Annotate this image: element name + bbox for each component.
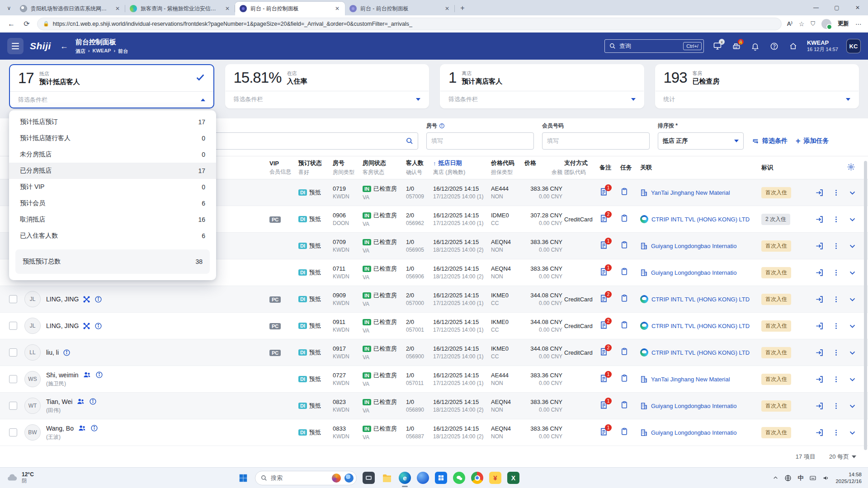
window-minimize-button[interactable]: — <box>806 0 826 15</box>
task-button[interactable] <box>620 321 628 329</box>
task-clipboard-icon[interactable] <box>620 214 628 222</box>
filter-dropdown-item[interactable]: 预计抵店预订 17 <box>9 114 216 130</box>
expand-row-icon[interactable] <box>849 242 856 250</box>
page-size-select[interactable]: 20 每页 <box>829 453 856 461</box>
check-in-icon[interactable] <box>815 322 824 330</box>
task-clipboard-icon[interactable] <box>620 267 628 276</box>
more-actions-icon[interactable] <box>832 429 840 436</box>
user-avatar[interactable]: KC <box>846 39 861 53</box>
notes-button[interactable]: 1 <box>599 241 608 249</box>
taskbar-app-remote-icon[interactable] <box>363 472 375 484</box>
filter-conditions-button[interactable]: 筛选条件 <box>752 137 788 145</box>
check-in-icon[interactable] <box>815 188 824 197</box>
window-close-button[interactable]: ✕ <box>847 0 868 15</box>
column-header-价格[interactable]: 价格 余额 <box>524 159 564 176</box>
company-link[interactable]: Guiyang Longdongbao Internatio <box>640 269 761 277</box>
company-link[interactable]: YanTai Jinghang New Material <box>640 375 761 383</box>
task-button[interactable] <box>620 241 628 249</box>
column-header-房号[interactable]: 房号 房间类型 <box>333 159 363 176</box>
more-actions-icon[interactable] <box>832 322 840 330</box>
notes-button[interactable]: 1 <box>599 267 608 276</box>
breadcrumb-item[interactable]: KWEAP <box>93 48 111 55</box>
task-button[interactable] <box>620 401 628 409</box>
company-link[interactable]: CTRIP INTL TVL (HONG KONG) LTD <box>640 215 761 223</box>
info-icon[interactable] <box>90 424 98 432</box>
global-search-input[interactable]: 查询 Ctrl+/ <box>604 39 704 53</box>
task-clipboard-icon[interactable] <box>620 374 628 382</box>
notes-button[interactable]: 2 <box>599 347 608 356</box>
filter-dropdown-item[interactable]: 取消抵店 16 <box>9 211 216 228</box>
taskbar-app-excel-icon[interactable]: X <box>507 472 519 484</box>
tab-close-icon[interactable]: ✕ <box>443 5 451 13</box>
column-header-房间状态[interactable]: 房间状态 客房状态 <box>363 159 406 176</box>
tab-close-icon[interactable]: ✕ <box>113 5 122 13</box>
home-button[interactable] <box>788 42 799 51</box>
notes-button[interactable]: 1 <box>599 374 608 383</box>
taskbar-app-explorer-icon[interactable] <box>381 472 393 484</box>
tab-search-chevron-icon[interactable]: ∨ <box>3 2 15 14</box>
taskbar-app-browser2-icon[interactable] <box>417 472 429 484</box>
check-in-icon[interactable] <box>815 268 824 277</box>
company-link[interactable]: Guiyang Longdongbao Internatio <box>640 402 761 410</box>
table-settings-gear-icon[interactable] <box>847 163 855 171</box>
more-actions-icon[interactable] <box>832 216 840 223</box>
reservation-row-8[interactable]: WS Shi, weimin (施卫民) DI预抵 0727KWDN IN已检查… <box>0 366 868 393</box>
merged-profile-icon[interactable] <box>83 296 90 303</box>
task-button[interactable] <box>620 374 628 382</box>
taskbar-search-input[interactable]: 搜索 <box>255 471 357 485</box>
row-checkbox[interactable] <box>9 322 17 330</box>
column-header-标识[interactable]: 标识 <box>761 164 798 172</box>
add-task-button[interactable]: + 添加任务 <box>796 137 829 145</box>
reservation-row-7[interactable]: LL liu, li PC DI预抵 0917KWDN IN已检查房VA 2/0… <box>0 339 868 366</box>
check-in-icon[interactable] <box>815 242 824 250</box>
card-filter-toggle[interactable]: 筛选条件栏 <box>440 91 644 107</box>
company-link[interactable]: CTRIP INTL TVL (HONG KONG) LTD <box>640 322 761 330</box>
favorites-star-icon[interactable]: ☆ <box>799 20 805 28</box>
window-maximize-button[interactable]: ▢ <box>826 0 847 15</box>
row-checkbox[interactable] <box>9 295 17 303</box>
cashier-button[interactable]: 🔒 <box>731 42 742 51</box>
filter-dropdown-item[interactable]: 已分房抵店 17 <box>9 163 216 179</box>
browser-tab-3[interactable]: 前台 - 前台控制面板 ✕ <box>235 2 345 15</box>
guest-name[interactable]: LING, JING <box>46 322 79 329</box>
refresh-icon[interactable]: ⟳ <box>22 19 32 28</box>
browser-menu-icon[interactable]: ⋯ <box>855 20 862 28</box>
member-number-input[interactable]: 填写 <box>542 132 650 150</box>
reservation-row-9[interactable]: WT Tian, Wei (田伟) DI预抵 0823KWDN IN已检查房VA… <box>0 393 868 419</box>
accompany-guests-icon[interactable] <box>78 424 86 432</box>
info-icon[interactable] <box>94 322 102 330</box>
taskbar-app-edge-icon[interactable]: e <box>399 472 411 484</box>
info-icon[interactable] <box>94 296 102 303</box>
notes-button[interactable]: 1 <box>599 427 608 436</box>
browser-update-button[interactable]: 更新 <box>838 20 849 28</box>
expand-row-icon[interactable] <box>849 429 856 436</box>
guest-name[interactable]: Tian, Wei <box>46 398 72 405</box>
more-actions-icon[interactable] <box>832 349 840 357</box>
column-header-支付方式[interactable]: 支付方式 团队代码 <box>564 159 599 176</box>
expand-row-icon[interactable] <box>849 322 856 330</box>
expand-row-icon[interactable] <box>849 296 856 303</box>
card-filter-toggle[interactable]: 筛选条件栏 <box>10 91 213 108</box>
task-button[interactable] <box>620 427 628 436</box>
filter-dropdown-item[interactable]: 预计会员 6 <box>9 195 216 211</box>
browser-tab-2[interactable]: 旅客查询 - 紫楠旅馆业治安信息管 ✕ <box>125 2 235 15</box>
check-in-icon[interactable] <box>815 215 824 224</box>
breadcrumb-item[interactable]: 前台 <box>118 48 128 55</box>
filter-dropdown-item[interactable]: 预计 VIP 0 <box>9 179 216 195</box>
terminal-status-button[interactable]: x <box>712 42 723 51</box>
expand-row-icon[interactable] <box>849 189 856 197</box>
column-header-关联[interactable]: 关联 <box>640 164 761 172</box>
tab-close-icon[interactable]: ✕ <box>223 5 231 13</box>
accompany-guests-icon[interactable] <box>76 397 85 406</box>
address-bar[interactable]: 🔒 https://cn1.web.ep.shiji.world/individ… <box>37 18 782 30</box>
column-header-客人数[interactable]: 客人数 确认号 <box>406 159 433 176</box>
row-checkbox[interactable] <box>9 402 17 410</box>
guest-name[interactable]: Shi, weimin <box>46 371 79 379</box>
task-button[interactable] <box>620 188 628 196</box>
page-back-icon[interactable]: ← <box>60 42 68 51</box>
taskbar-clock[interactable]: 14:58 2025/12/16 <box>835 471 862 485</box>
stat-card-2[interactable]: 15.81% 在店 入住率 筛选条件栏 <box>225 64 429 108</box>
more-actions-icon[interactable] <box>832 402 840 410</box>
task-button[interactable] <box>620 267 628 276</box>
breadcrumb-item[interactable]: 酒店 <box>75 48 85 55</box>
